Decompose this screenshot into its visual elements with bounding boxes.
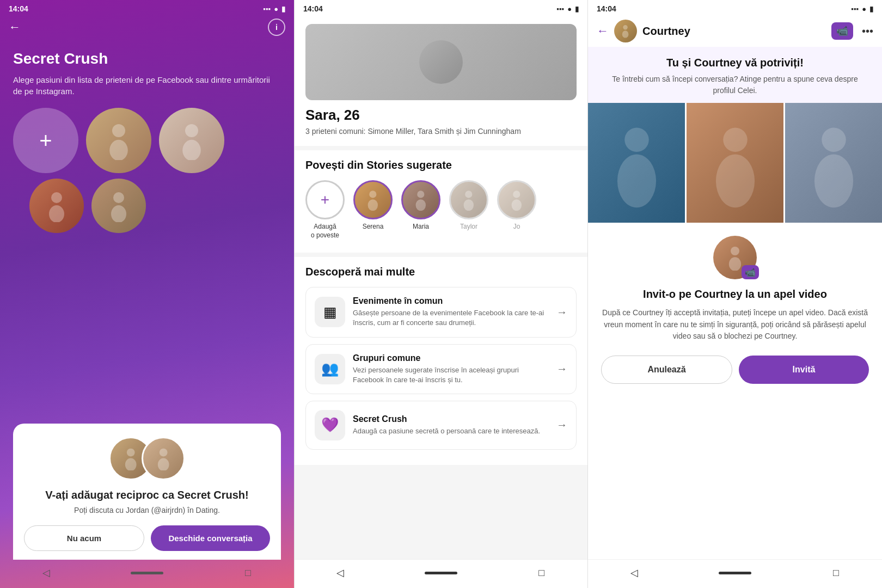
battery-icon-3: ▮ bbox=[869, 5, 873, 13]
invite-video-button[interactable]: Invită bbox=[739, 356, 869, 384]
groups-arrow: → bbox=[556, 363, 567, 375]
photo-3[interactable] bbox=[785, 103, 882, 223]
status-bar-2: 14:04 ▪▪▪ ● ▮ bbox=[295, 0, 587, 15]
story-taylor-circle bbox=[449, 180, 488, 219]
wifi-icon: ● bbox=[274, 5, 278, 13]
events-desc: Găsește persoane de la evenimentele Face… bbox=[353, 308, 549, 328]
match-buttons: Nu acum Deschide conversația bbox=[24, 525, 270, 560]
story-serena-label: Serena bbox=[363, 223, 384, 231]
avatar-b-silhouette bbox=[143, 438, 183, 479]
match-avatars bbox=[109, 437, 185, 480]
status-icons-1: ▪▪▪ ● ▮ bbox=[263, 5, 285, 13]
story-add[interactable]: + Adaugă o poveste bbox=[305, 180, 345, 240]
story-add-icon: + bbox=[321, 191, 329, 209]
svg-point-22 bbox=[624, 127, 649, 152]
discover-title: Descoperă mai multe bbox=[305, 266, 577, 278]
person-silhouette-3 bbox=[29, 179, 84, 233]
android-overview-btn-3[interactable]: □ bbox=[828, 565, 843, 580]
panel-secret-crush: 14:04 ▪▪▪ ● ▮ ← i Secret Crush Alege pas… bbox=[0, 0, 294, 588]
chat-header: ← Courtney 📹 ••• bbox=[588, 15, 882, 47]
maria-silhouette bbox=[403, 182, 439, 218]
profile-card: Sara, 26 3 prieteni comuni: Simone Mille… bbox=[295, 15, 587, 146]
svg-point-9 bbox=[125, 458, 137, 470]
add-crush-circle[interactable]: + bbox=[13, 108, 78, 173]
status-bar-1: 14:04 ▪▪▪ ● ▮ bbox=[0, 0, 294, 15]
secret-crush-title: Secret Crush bbox=[13, 50, 281, 68]
story-serena[interactable]: Serena bbox=[353, 180, 393, 240]
video-icon: 📹 bbox=[836, 25, 848, 37]
svg-point-15 bbox=[416, 199, 426, 210]
secret-crush-arrow: → bbox=[556, 419, 567, 431]
groups-title: Grupuri comune bbox=[353, 353, 549, 363]
svg-point-16 bbox=[465, 191, 472, 198]
android-back-btn-3[interactable]: ◁ bbox=[627, 565, 642, 580]
common-friends: 3 prieteni comuni: Simone Miller, Tara S… bbox=[305, 126, 577, 137]
crush-person-1[interactable] bbox=[86, 108, 151, 173]
android-home-btn-1[interactable] bbox=[131, 572, 163, 574]
profile-photos bbox=[588, 103, 882, 223]
events-text: Evenimente în comun Găsește persoane de … bbox=[353, 296, 549, 328]
video-invite-desc: După ce Courtney îți acceptă invitația, … bbox=[601, 307, 869, 342]
crush-person-3[interactable] bbox=[29, 179, 84, 233]
circles-row-1: + bbox=[13, 108, 281, 173]
status-icons-3: ▪▪▪ ● ▮ bbox=[851, 5, 873, 13]
android-home-btn-3[interactable] bbox=[719, 572, 751, 574]
match-avatar-b bbox=[142, 437, 185, 480]
story-maria-label: Maria bbox=[413, 223, 429, 231]
android-overview-btn-1[interactable]: □ bbox=[240, 565, 255, 580]
stories-row: + Adaugă o poveste Serena bbox=[305, 180, 577, 244]
discover-card-groups[interactable]: 👥 Grupuri comune Vezi persoanele sugerat… bbox=[305, 344, 577, 394]
svg-point-8 bbox=[127, 448, 135, 456]
video-badge-symbol: 📹 bbox=[745, 267, 756, 278]
groups-icon-wrap: 👥 bbox=[315, 354, 345, 384]
secret-crush-icon-wrap: 💜 bbox=[315, 410, 345, 440]
events-title: Evenimente în comun bbox=[353, 296, 549, 306]
stories-title: Povești din Stories sugerate bbox=[305, 159, 577, 171]
crush-person-2[interactable] bbox=[159, 108, 224, 173]
header-name: Courtney bbox=[642, 25, 826, 38]
story-add-label: Adaugă o poveste bbox=[311, 223, 339, 240]
discover-section: Descoperă mai multe ▦ Evenimente în comu… bbox=[295, 257, 587, 465]
svg-point-3 bbox=[182, 140, 201, 160]
profile-image bbox=[305, 24, 577, 100]
time-2: 14:04 bbox=[303, 4, 323, 13]
photo-1[interactable] bbox=[588, 103, 685, 223]
status-bar-3: 14:04 ▪▪▪ ● ▮ bbox=[588, 0, 882, 15]
svg-point-28 bbox=[731, 247, 739, 255]
status-icons-2: ▪▪▪ ● ▮ bbox=[556, 5, 579, 13]
secret-crush-content: Secret Crush Alege pasiuni din lista de … bbox=[0, 39, 294, 560]
story-maria[interactable]: Maria bbox=[401, 180, 440, 240]
svg-point-21 bbox=[622, 31, 629, 38]
cancel-video-button[interactable]: Anulează bbox=[601, 356, 732, 384]
video-invite-section: 📹 Invit-o pe Courtney la un apel video D… bbox=[588, 223, 882, 559]
crush-person-4[interactable] bbox=[91, 179, 146, 233]
video-call-button[interactable]: 📹 bbox=[831, 22, 853, 40]
info-button[interactable]: i bbox=[268, 19, 285, 36]
profile-circle-img bbox=[419, 40, 463, 84]
match-banner-desc: Te întrebi cum să începi conversația? At… bbox=[601, 74, 869, 96]
match-banner-title: Tu și Courtney vă potriviți! bbox=[601, 57, 869, 69]
discover-card-events[interactable]: ▦ Evenimente în comun Găsește persoane d… bbox=[305, 287, 577, 337]
more-options-button[interactable]: ••• bbox=[862, 25, 873, 38]
back-button-3[interactable]: ← bbox=[597, 24, 609, 38]
story-taylor[interactable]: Taylor bbox=[449, 180, 488, 240]
android-back-btn-1[interactable]: ◁ bbox=[39, 565, 54, 580]
android-overview-btn-2[interactable]: □ bbox=[534, 565, 549, 580]
android-back-btn-2[interactable]: ◁ bbox=[333, 565, 348, 580]
story-maria-circle bbox=[401, 180, 440, 219]
courtney-silhouette bbox=[614, 20, 637, 42]
discover-scroll[interactable]: Sara, 26 3 prieteni comuni: Simone Mille… bbox=[295, 15, 587, 559]
discover-card-secret-crush[interactable]: 💜 Secret Crush Adaugă ca pasiune secretă… bbox=[305, 401, 577, 450]
person-silhouette-2 bbox=[159, 108, 224, 173]
svg-point-19 bbox=[512, 199, 522, 210]
back-button-1[interactable]: ← bbox=[9, 20, 21, 34]
open-chat-button[interactable]: Deschide conversația bbox=[151, 525, 270, 551]
story-jo[interactable]: Jo bbox=[497, 180, 536, 240]
match-banner: Tu și Courtney vă potriviți! Te întrebi … bbox=[588, 47, 882, 103]
android-home-btn-2[interactable] bbox=[425, 572, 457, 574]
battery-icon-2: ▮ bbox=[575, 5, 579, 13]
svg-point-7 bbox=[111, 205, 126, 222]
no-thanks-button[interactable]: Nu acum bbox=[24, 525, 144, 551]
photo-2[interactable] bbox=[687, 103, 783, 223]
svg-point-1 bbox=[109, 140, 128, 160]
